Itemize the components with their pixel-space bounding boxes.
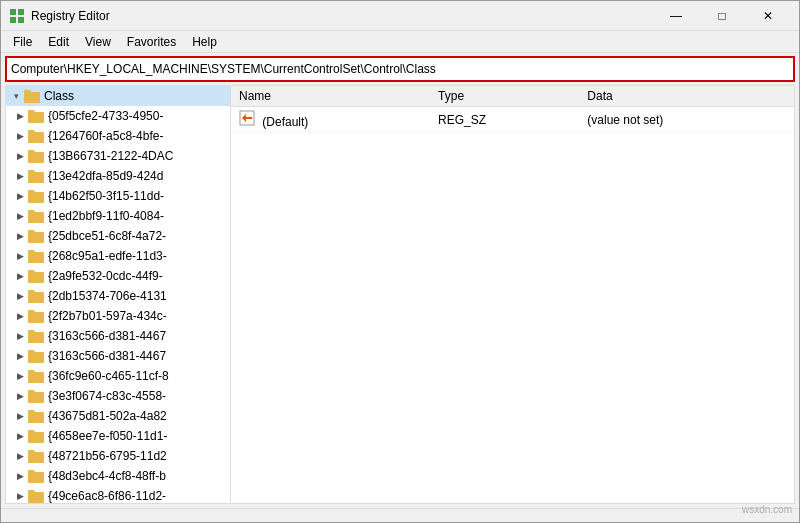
chevron-right-icon: ▶ xyxy=(14,470,26,482)
folder-icon xyxy=(28,168,44,184)
address-bar[interactable]: Computer\HKEY_LOCAL_MACHINE\SYSTEM\Curre… xyxy=(5,56,795,82)
tree-item[interactable]: ▶ {13B66731-2122-4DAC xyxy=(6,146,230,166)
chevron-right-icon: ▶ xyxy=(14,410,26,422)
tree-item[interactable]: ▶ {49ce6ac8-6f86-11d2- xyxy=(6,486,230,503)
chevron-right-icon: ▶ xyxy=(14,430,26,442)
folder-icon xyxy=(28,408,44,424)
tree-item[interactable]: ▶ {13e42dfa-85d9-424d xyxy=(6,166,230,186)
folder-icon xyxy=(28,248,44,264)
chevron-right-icon: ▶ xyxy=(14,270,26,282)
tree-item[interactable]: ▶ {2db15374-706e-4131 xyxy=(6,286,230,306)
tree-item-label: {1264760f-a5c8-4bfe- xyxy=(48,129,163,143)
tree-item[interactable]: ▶ {05f5cfe2-4733-4950- xyxy=(6,106,230,126)
address-text: Computer\HKEY_LOCAL_MACHINE\SYSTEM\Curre… xyxy=(11,62,436,76)
tree-item-label: {13e42dfa-85d9-424d xyxy=(48,169,163,183)
folder-icon xyxy=(28,428,44,444)
tree-item-label: {2db15374-706e-4131 xyxy=(48,289,167,303)
tree-item-label: {43675d81-502a-4a82 xyxy=(48,409,167,423)
chevron-right-icon: ▶ xyxy=(14,150,26,162)
chevron-down-icon: ▾ xyxy=(10,90,22,102)
close-button[interactable]: ✕ xyxy=(745,1,791,31)
tree-item[interactable]: ▶ {14b62f50-3f15-11dd- xyxy=(6,186,230,206)
tree-item-label: {2a9fe532-0cdc-44f9- xyxy=(48,269,163,283)
folder-icon xyxy=(28,288,44,304)
chevron-right-icon: ▶ xyxy=(14,390,26,402)
folder-icon xyxy=(28,468,44,484)
chevron-right-icon: ▶ xyxy=(14,130,26,142)
tree-item[interactable]: ▶ {3163c566-d381-4467 xyxy=(6,346,230,366)
main-content: ▾ Class ▶ {05f5cfe2-4733-4950- ▶ {126476… xyxy=(5,85,795,504)
tree-item-label: {3163c566-d381-4467 xyxy=(48,329,166,343)
tree-root-label: Class xyxy=(44,89,74,103)
tree-item[interactable]: ▶ {43675d81-502a-4a82 xyxy=(6,406,230,426)
folder-icon xyxy=(28,108,44,124)
tree-item[interactable]: ▶ {25dbce51-6c8f-4a72- xyxy=(6,226,230,246)
tree-item[interactable]: ▶ {48d3ebc4-4cf8-48ff-b xyxy=(6,466,230,486)
chevron-right-icon: ▶ xyxy=(14,330,26,342)
folder-icon xyxy=(28,308,44,324)
maximize-button[interactable]: □ xyxy=(699,1,745,31)
menu-favorites[interactable]: Favorites xyxy=(119,33,184,51)
tree-item-label: {25dbce51-6c8f-4a72- xyxy=(48,229,166,243)
tree-item[interactable]: ▶ {4658ee7e-f050-11d1- xyxy=(6,426,230,446)
col-type: Type xyxy=(430,86,579,107)
reg-name-cell: (Default) xyxy=(231,107,430,133)
values-pane[interactable]: Name Type Data (Default) REG_SZ (value n… xyxy=(231,86,794,503)
svg-rect-2 xyxy=(10,17,16,23)
tree-item[interactable]: ▶ {268c95a1-edfe-11d3- xyxy=(6,246,230,266)
tree-pane[interactable]: ▾ Class ▶ {05f5cfe2-4733-4950- ▶ {126476… xyxy=(6,86,231,503)
app-icon xyxy=(9,8,25,24)
table-row[interactable]: (Default) REG_SZ (value not set) xyxy=(231,107,794,133)
folder-icon xyxy=(24,88,40,104)
watermark: wsxdn.com xyxy=(742,504,792,515)
tree-item-label: {268c95a1-edfe-11d3- xyxy=(48,249,167,263)
folder-icon xyxy=(28,368,44,384)
folder-icon xyxy=(28,148,44,164)
folder-icon xyxy=(28,448,44,464)
folder-icon xyxy=(28,268,44,284)
chevron-right-icon: ▶ xyxy=(14,290,26,302)
tree-item[interactable]: ▶ {1264760f-a5c8-4bfe- xyxy=(6,126,230,146)
menu-edit[interactable]: Edit xyxy=(40,33,77,51)
tree-item-label: {36fc9e60-c465-11cf-8 xyxy=(48,369,169,383)
bottom-scrollbar[interactable] xyxy=(1,508,799,522)
folder-icon xyxy=(28,488,44,503)
menu-view[interactable]: View xyxy=(77,33,119,51)
chevron-right-icon: ▶ xyxy=(14,350,26,362)
folder-icon xyxy=(28,388,44,404)
folder-icon xyxy=(28,128,44,144)
chevron-right-icon: ▶ xyxy=(14,110,26,122)
registry-table: Name Type Data (Default) REG_SZ (value n… xyxy=(231,86,794,133)
tree-item[interactable]: ▶ {2a9fe532-0cdc-44f9- xyxy=(6,266,230,286)
svg-rect-0 xyxy=(10,9,16,15)
tree-item[interactable]: ▶ {2f2b7b01-597a-434c- xyxy=(6,306,230,326)
col-data: Data xyxy=(579,86,794,107)
tree-item[interactable]: ▶ {3163c566-d381-4467 xyxy=(6,326,230,346)
minimize-button[interactable]: — xyxy=(653,1,699,31)
chevron-right-icon: ▶ xyxy=(14,210,26,222)
tree-item[interactable]: ▶ {1ed2bbf9-11f0-4084- xyxy=(6,206,230,226)
svg-rect-1 xyxy=(18,9,24,15)
menu-help[interactable]: Help xyxy=(184,33,225,51)
chevron-right-icon: ▶ xyxy=(14,490,26,502)
tree-item-label: {14b62f50-3f15-11dd- xyxy=(48,189,164,203)
tree-item-label: {48d3ebc4-4cf8-48ff-b xyxy=(48,469,166,483)
chevron-right-icon: ▶ xyxy=(14,250,26,262)
reg-default-icon xyxy=(239,110,255,126)
chevron-right-icon: ▶ xyxy=(14,170,26,182)
tree-item[interactable]: ▶ {48721b56-6795-11d2 xyxy=(6,446,230,466)
tree-root[interactable]: ▾ Class xyxy=(6,86,230,106)
reg-data-cell: (value not set) xyxy=(579,107,794,133)
tree-items: ▶ {05f5cfe2-4733-4950- ▶ {1264760f-a5c8-… xyxy=(6,106,230,503)
chevron-right-icon: ▶ xyxy=(14,370,26,382)
window-controls: — □ ✕ xyxy=(653,1,791,31)
tree-item-label: {3163c566-d381-4467 xyxy=(48,349,166,363)
menu-file[interactable]: File xyxy=(5,33,40,51)
reg-type-cell: REG_SZ xyxy=(430,107,579,133)
tree-item[interactable]: ▶ {36fc9e60-c465-11cf-8 xyxy=(6,366,230,386)
tree-item-label: {48721b56-6795-11d2 xyxy=(48,449,167,463)
tree-item[interactable]: ▶ {3e3f0674-c83c-4558- xyxy=(6,386,230,406)
chevron-right-icon: ▶ xyxy=(14,230,26,242)
folder-icon xyxy=(28,208,44,224)
window-title: Registry Editor xyxy=(31,9,653,23)
